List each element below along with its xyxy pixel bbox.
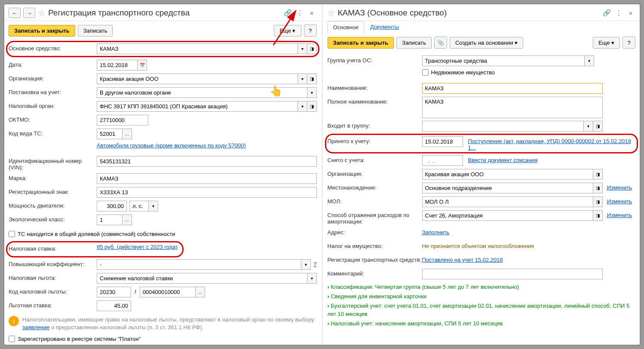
change-link[interactable]: Изменить <box>607 210 632 218</box>
change-link[interactable]: Изменить <box>607 196 632 205</box>
save-close-button[interactable]: Записать и закрыть <box>328 37 394 49</box>
loc-input[interactable] <box>422 183 593 193</box>
ellipsis-icon[interactable]: ... <box>196 287 205 297</box>
open-icon[interactable]: ◨ <box>593 196 603 207</box>
tab-docs[interactable]: Документы <box>365 21 404 33</box>
org-input[interactable] <box>422 169 593 180</box>
coef-help[interactable]: ? <box>313 259 316 267</box>
link-icon[interactable]: 🔗 <box>283 8 293 18</box>
fullname-input[interactable]: КАМАЗ <box>422 97 603 118</box>
mol-input[interactable] <box>422 196 593 207</box>
save-close-button[interactable]: Записать и закрыть <box>9 25 75 37</box>
rate-link[interactable]: 85 руб. (действует с 2023 года) <box>97 244 178 250</box>
menu-icon[interactable]: ⋮ <box>614 8 623 18</box>
comment-input[interactable] <box>422 269 603 279</box>
dropdown-icon[interactable]: ▾ <box>301 259 311 270</box>
rate-label: Налоговая ставка: <box>9 244 97 252</box>
addr-link[interactable]: Заполнить <box>422 227 450 236</box>
dropdown-icon[interactable]: ▾ <box>307 87 317 98</box>
realty-label: Недвижимое имущество <box>431 69 495 76</box>
menu-icon[interactable]: ⋮ <box>295 8 305 18</box>
brand-input[interactable] <box>97 173 317 184</box>
name-input[interactable] <box>422 83 603 94</box>
forward-button[interactable]: → <box>23 8 35 18</box>
dropdown-icon[interactable]: ▾ <box>298 101 307 112</box>
ellipsis-icon[interactable]: ... <box>123 214 132 225</box>
close-icon[interactable]: × <box>307 8 317 18</box>
open-icon[interactable]: ◨ <box>307 43 317 54</box>
more-button[interactable]: Еще ▾ <box>593 37 620 49</box>
amort-input[interactable] <box>422 210 593 221</box>
eco-label: Экологический класс: <box>9 214 97 223</box>
save-button[interactable]: Записать <box>396 37 432 49</box>
code-input[interactable] <box>97 129 123 139</box>
vehreg-link[interactable]: Поставлено на учет 15.02.2018 <box>422 255 503 263</box>
power-input[interactable] <box>97 201 127 211</box>
ingroup-input[interactable] <box>422 121 584 132</box>
open-icon[interactable]: ◨ <box>593 183 603 193</box>
benefit-code2-input[interactable] <box>140 287 196 297</box>
removed-date-input[interactable] <box>422 155 463 166</box>
dropdown-icon[interactable]: ▾ <box>585 55 594 66</box>
dropdown-icon[interactable]: ▾ <box>149 201 158 211</box>
open-icon[interactable]: ◨ <box>593 169 603 180</box>
realty-checkbox[interactable] <box>422 69 429 76</box>
back-button[interactable]: ← <box>9 8 21 18</box>
star-icon[interactable]: ☆ <box>328 8 335 18</box>
page-title: КАМАЗ (Основное средство) <box>338 8 600 18</box>
accepted-date-input[interactable] <box>422 136 463 147</box>
more-button[interactable]: Еще ▾ <box>274 25 301 37</box>
benefit-code1-input[interactable] <box>97 287 131 297</box>
shared-checkbox[interactable] <box>9 231 15 237</box>
expand-tax[interactable]: Налоговый учет: начисление амортизации, … <box>328 319 636 328</box>
benefit-rate-input[interactable] <box>97 300 131 311</box>
eco-input[interactable] <box>97 214 123 225</box>
attach-button[interactable]: 📎 <box>434 37 447 49</box>
info-link[interactable]: заявление <box>22 324 49 331</box>
vin-input[interactable] <box>97 156 317 167</box>
save-button[interactable]: Записать <box>78 25 113 37</box>
accepted-link[interactable]: Поступление (акт, накладная, УПД) 0000-0… <box>468 136 636 151</box>
dropdown-icon[interactable]: ▾ <box>584 121 593 132</box>
coef-input[interactable] <box>97 259 301 270</box>
tab-main[interactable]: Основное <box>328 21 365 33</box>
dropdown-icon[interactable]: ▾ <box>307 273 317 284</box>
benefit-input[interactable] <box>97 273 307 284</box>
oktmo-input[interactable] <box>97 115 148 126</box>
link-icon[interactable]: 🔗 <box>602 8 611 18</box>
right-pane: ☆ КАМАЗ (Основное средство) 🔗 ⋮ × Основн… <box>324 5 639 344</box>
star-icon[interactable]: ☆ <box>38 8 46 18</box>
vehreg-label: Регистрация транспортных средств: <box>328 255 422 263</box>
close-icon[interactable]: × <box>626 8 635 18</box>
ellipsis-icon[interactable]: ... <box>123 129 132 139</box>
regmark-input[interactable] <box>97 187 317 198</box>
expand-acc[interactable]: Бухгалтерский учет: счет учета 01.01, сч… <box>328 301 636 318</box>
expand-inv[interactable]: Сведения для инвентарной карточки <box>328 292 636 301</box>
dropdown-icon[interactable]: ▾ <box>298 73 307 84</box>
tax-auth-input[interactable] <box>97 101 298 112</box>
main-asset-label: Основное средство: <box>9 43 97 52</box>
help-button[interactable]: ? <box>304 24 317 37</box>
page-title: Регистрация транспортного средства <box>48 8 281 18</box>
open-icon[interactable]: ◨ <box>593 121 603 132</box>
create-on-button[interactable]: Создать на основании ▾ <box>450 37 524 49</box>
open-icon[interactable]: ◨ <box>307 101 317 112</box>
date-input[interactable] <box>97 60 138 70</box>
power-unit-input[interactable] <box>129 201 149 211</box>
change-link[interactable]: Изменить <box>607 183 632 191</box>
code-hint[interactable]: Автомобили грузовые (кроме включенных по… <box>97 142 246 149</box>
main-asset-input[interactable] <box>97 43 298 54</box>
org-input[interactable] <box>97 73 298 84</box>
oktmo-label: ОКТМО: <box>9 115 97 123</box>
removed-link[interactable]: Ввести документ списания <box>468 155 538 163</box>
group-input[interactable] <box>422 55 585 66</box>
left-toolbar: Записать и закрыть Записать Еще ▾ ? <box>5 21 320 40</box>
open-icon[interactable]: ◨ <box>593 210 603 221</box>
help-button[interactable]: ? <box>623 37 635 49</box>
expand-class[interactable]: Классификация: Четвертая группа (свыше 5… <box>328 282 636 292</box>
calendar-icon[interactable]: 📅 <box>138 60 147 70</box>
dropdown-icon[interactable]: ▾ <box>298 43 307 54</box>
open-icon[interactable]: ◨ <box>307 73 317 84</box>
code-label: Код вида ТС: <box>9 129 97 137</box>
platon-checkbox[interactable] <box>9 336 15 342</box>
